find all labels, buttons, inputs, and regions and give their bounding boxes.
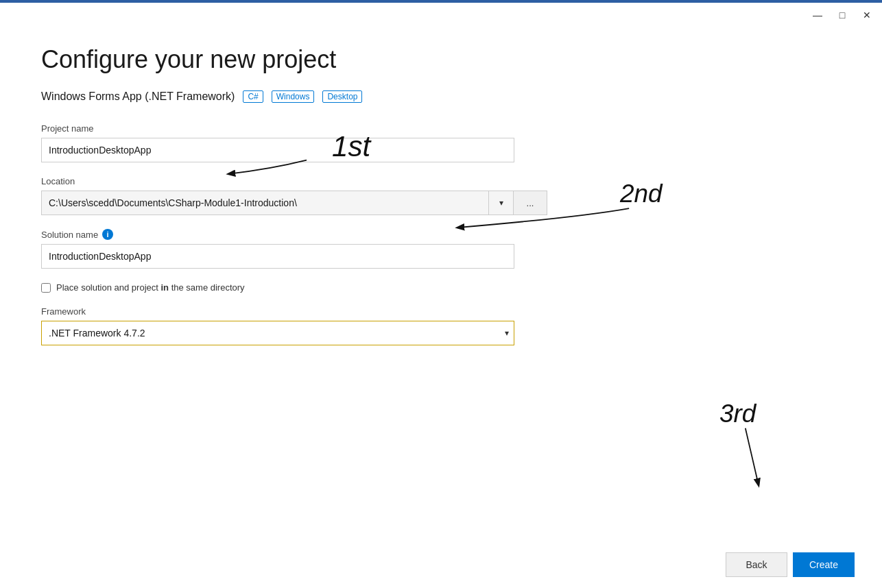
configure-project-window: — □ ✕ Configure your new project Windows… xyxy=(0,0,882,588)
solution-name-label: Solution name i xyxy=(41,229,841,240)
location-input[interactable] xyxy=(41,191,488,215)
project-name-input[interactable] xyxy=(41,138,514,162)
location-label: Location xyxy=(41,176,841,186)
framework-select[interactable]: .NET Framework 4.7.2 xyxy=(41,321,514,345)
framework-section: Framework .NET Framework 4.7.2 ▾ xyxy=(41,306,841,345)
framework-label: Framework xyxy=(41,306,841,317)
maximize-button[interactable]: □ xyxy=(835,8,849,22)
location-row: ▾ ... xyxy=(41,191,841,215)
project-name-section: Project name xyxy=(41,123,841,162)
solution-name-section: Solution name i xyxy=(41,229,841,269)
same-directory-row: Place solution and project in the same d… xyxy=(41,282,841,293)
create-button[interactable]: Create xyxy=(793,552,855,577)
tag-desktop: Desktop xyxy=(322,90,362,103)
minimize-button[interactable]: — xyxy=(811,8,824,22)
back-button[interactable]: Back xyxy=(726,552,787,577)
framework-dropdown-wrapper: .NET Framework 4.7.2 ▾ xyxy=(41,321,514,345)
title-bar: — □ ✕ xyxy=(0,3,882,25)
project-name-label: Project name xyxy=(41,123,841,134)
browse-button[interactable]: ... xyxy=(513,191,547,215)
solution-info-icon[interactable]: i xyxy=(102,229,113,240)
same-directory-checkbox[interactable] xyxy=(41,283,51,293)
page-title: Configure your new project xyxy=(41,45,841,74)
bottom-bar: Back Create xyxy=(0,541,882,588)
solution-name-input[interactable] xyxy=(41,244,514,269)
tag-csharp: C# xyxy=(243,90,263,103)
location-section: Location ▾ ... xyxy=(41,176,841,215)
tag-windows: Windows xyxy=(272,90,315,103)
location-dropdown-button[interactable]: ▾ xyxy=(488,191,513,215)
title-bar-buttons: — □ ✕ xyxy=(811,8,874,22)
project-type-name: Windows Forms App (.NET Framework) xyxy=(41,90,235,103)
project-type-row: Windows Forms App (.NET Framework) C# Wi… xyxy=(41,90,841,103)
main-content: Configure your new project Windows Forms… xyxy=(0,25,882,541)
same-directory-label: Place solution and project in the same d… xyxy=(56,282,245,293)
close-button[interactable]: ✕ xyxy=(860,8,874,22)
svg-text:3rd: 3rd xyxy=(719,400,757,428)
